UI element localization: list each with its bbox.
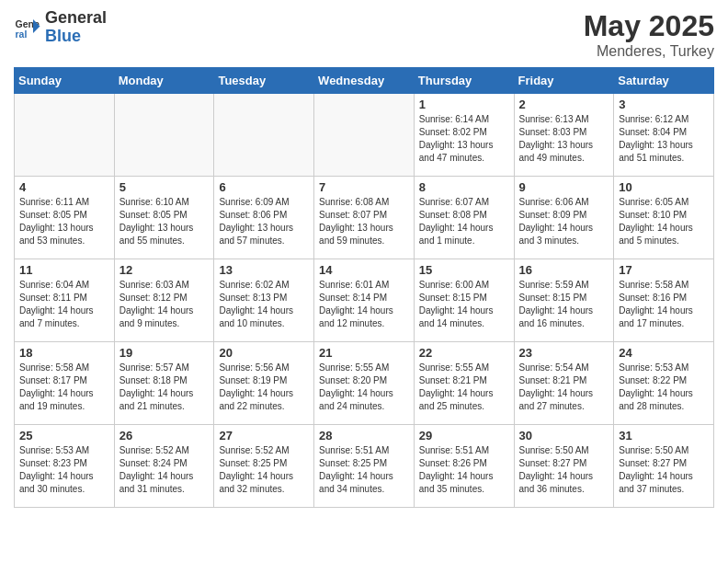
calendar-day-cell xyxy=(15,94,115,177)
calendar-day-cell: 12Sunrise: 6:03 AM Sunset: 8:12 PM Dayli… xyxy=(114,259,214,342)
day-number: 11 xyxy=(19,263,109,277)
day-info: Sunrise: 5:53 AM Sunset: 8:23 PM Dayligh… xyxy=(19,444,109,496)
calendar-day-header: Sunday xyxy=(15,68,115,94)
day-info: Sunrise: 5:56 AM Sunset: 8:19 PM Dayligh… xyxy=(219,362,309,413)
calendar-day-cell: 13Sunrise: 6:02 AM Sunset: 8:13 PM Dayli… xyxy=(214,259,314,342)
day-number: 9 xyxy=(519,180,609,194)
calendar-week-row: 1Sunrise: 6:14 AM Sunset: 8:02 PM Daylig… xyxy=(15,94,714,177)
day-info: Sunrise: 5:58 AM Sunset: 8:16 PM Dayligh… xyxy=(619,279,709,330)
svg-text:ral: ral xyxy=(16,28,28,39)
calendar-day-cell: 3Sunrise: 6:12 AM Sunset: 8:04 PM Daylig… xyxy=(614,94,714,177)
calendar-day-cell: 18Sunrise: 5:58 AM Sunset: 8:17 PM Dayli… xyxy=(15,342,115,425)
day-number: 12 xyxy=(119,263,210,277)
calendar-day-cell xyxy=(114,94,214,177)
calendar-day-header: Wednesday xyxy=(314,68,415,94)
day-info: Sunrise: 6:03 AM Sunset: 8:12 PM Dayligh… xyxy=(119,279,210,330)
day-info: Sunrise: 6:00 AM Sunset: 8:15 PM Dayligh… xyxy=(419,279,509,330)
calendar-day-header: Thursday xyxy=(414,68,514,94)
day-number: 20 xyxy=(219,346,309,360)
calendar-day-cell xyxy=(214,94,314,177)
calendar-day-header: Monday xyxy=(114,68,214,94)
day-number: 1 xyxy=(419,98,509,111)
day-number: 25 xyxy=(19,429,109,442)
day-number: 21 xyxy=(319,346,409,360)
calendar-day-cell: 26Sunrise: 5:52 AM Sunset: 8:24 PM Dayli… xyxy=(114,425,214,508)
calendar-day-header: Friday xyxy=(514,68,614,94)
title-location: Menderes, Turkey xyxy=(584,43,714,60)
calendar-day-cell: 4Sunrise: 6:11 AM Sunset: 8:05 PM Daylig… xyxy=(15,177,115,259)
day-number: 18 xyxy=(19,346,109,360)
day-number: 4 xyxy=(19,180,109,194)
day-info: Sunrise: 5:58 AM Sunset: 8:17 PM Dayligh… xyxy=(19,362,109,413)
calendar-day-cell: 24Sunrise: 5:53 AM Sunset: 8:22 PM Dayli… xyxy=(614,342,714,425)
calendar-day-cell: 25Sunrise: 5:53 AM Sunset: 8:23 PM Dayli… xyxy=(15,425,115,508)
day-number: 31 xyxy=(619,429,709,442)
day-number: 10 xyxy=(619,180,709,194)
calendar-week-row: 11Sunrise: 6:04 AM Sunset: 8:11 PM Dayli… xyxy=(15,259,714,342)
calendar-day-cell: 22Sunrise: 5:55 AM Sunset: 8:21 PM Dayli… xyxy=(414,342,514,425)
day-number: 5 xyxy=(119,180,210,194)
calendar-day-cell: 16Sunrise: 5:59 AM Sunset: 8:15 PM Dayli… xyxy=(514,259,614,342)
day-info: Sunrise: 5:53 AM Sunset: 8:22 PM Dayligh… xyxy=(619,362,709,413)
day-info: Sunrise: 6:08 AM Sunset: 8:07 PM Dayligh… xyxy=(319,196,409,247)
calendar-day-cell: 29Sunrise: 5:51 AM Sunset: 8:26 PM Dayli… xyxy=(414,425,514,508)
day-number: 22 xyxy=(419,346,509,360)
calendar-day-cell: 20Sunrise: 5:56 AM Sunset: 8:19 PM Dayli… xyxy=(214,342,314,425)
calendar-day-cell: 9Sunrise: 6:06 AM Sunset: 8:09 PM Daylig… xyxy=(514,177,614,259)
day-number: 19 xyxy=(119,346,210,360)
day-info: Sunrise: 6:01 AM Sunset: 8:14 PM Dayligh… xyxy=(319,279,409,330)
day-info: Sunrise: 5:55 AM Sunset: 8:20 PM Dayligh… xyxy=(319,362,409,413)
day-number: 17 xyxy=(619,263,709,277)
day-number: 13 xyxy=(219,263,309,277)
day-info: Sunrise: 5:50 AM Sunset: 8:27 PM Dayligh… xyxy=(519,444,609,496)
calendar-day-cell: 5Sunrise: 6:10 AM Sunset: 8:05 PM Daylig… xyxy=(114,177,214,259)
day-info: Sunrise: 6:11 AM Sunset: 8:05 PM Dayligh… xyxy=(19,196,109,247)
day-number: 6 xyxy=(219,180,309,194)
day-info: Sunrise: 5:51 AM Sunset: 8:26 PM Dayligh… xyxy=(419,444,509,496)
calendar-day-cell: 17Sunrise: 5:58 AM Sunset: 8:16 PM Dayli… xyxy=(614,259,714,342)
page-header: Gene ral General Blue May 2025 Menderes,… xyxy=(14,9,714,60)
calendar-day-header: Tuesday xyxy=(214,68,314,94)
day-number: 24 xyxy=(619,346,709,360)
calendar-table: SundayMondayTuesdayWednesdayThursdayFrid… xyxy=(14,67,714,508)
day-info: Sunrise: 5:59 AM Sunset: 8:15 PM Dayligh… xyxy=(519,279,609,330)
day-number: 15 xyxy=(419,263,509,277)
calendar-day-cell: 2Sunrise: 6:13 AM Sunset: 8:03 PM Daylig… xyxy=(514,94,614,177)
day-number: 14 xyxy=(319,263,409,277)
calendar-day-cell: 15Sunrise: 6:00 AM Sunset: 8:15 PM Dayli… xyxy=(414,259,514,342)
calendar-day-header: Saturday xyxy=(614,68,714,94)
day-info: Sunrise: 6:12 AM Sunset: 8:04 PM Dayligh… xyxy=(619,113,709,165)
day-number: 16 xyxy=(519,263,609,277)
day-info: Sunrise: 6:13 AM Sunset: 8:03 PM Dayligh… xyxy=(519,113,609,165)
day-info: Sunrise: 5:55 AM Sunset: 8:21 PM Dayligh… xyxy=(419,362,509,413)
logo-icon: Gene ral xyxy=(14,14,41,41)
calendar-day-cell: 7Sunrise: 6:08 AM Sunset: 8:07 PM Daylig… xyxy=(314,177,415,259)
day-info: Sunrise: 5:52 AM Sunset: 8:25 PM Dayligh… xyxy=(219,444,309,496)
day-number: 30 xyxy=(519,429,609,442)
calendar-day-cell: 30Sunrise: 5:50 AM Sunset: 8:27 PM Dayli… xyxy=(514,425,614,508)
day-number: 2 xyxy=(519,98,609,111)
day-number: 3 xyxy=(619,98,709,111)
day-number: 8 xyxy=(419,180,509,194)
calendar-day-cell: 27Sunrise: 5:52 AM Sunset: 8:25 PM Dayli… xyxy=(214,425,314,508)
calendar-week-row: 25Sunrise: 5:53 AM Sunset: 8:23 PM Dayli… xyxy=(15,425,714,508)
day-info: Sunrise: 6:09 AM Sunset: 8:06 PM Dayligh… xyxy=(219,196,309,247)
calendar-day-cell: 28Sunrise: 5:51 AM Sunset: 8:25 PM Dayli… xyxy=(314,425,415,508)
calendar-day-cell: 19Sunrise: 5:57 AM Sunset: 8:18 PM Dayli… xyxy=(114,342,214,425)
day-info: Sunrise: 5:54 AM Sunset: 8:21 PM Dayligh… xyxy=(519,362,609,413)
day-info: Sunrise: 5:51 AM Sunset: 8:25 PM Dayligh… xyxy=(319,444,409,496)
day-info: Sunrise: 6:05 AM Sunset: 8:10 PM Dayligh… xyxy=(619,196,709,247)
logo-general: General xyxy=(45,9,107,28)
calendar-day-cell: 23Sunrise: 5:54 AM Sunset: 8:21 PM Dayli… xyxy=(514,342,614,425)
day-number: 29 xyxy=(419,429,509,442)
calendar-day-cell: 14Sunrise: 6:01 AM Sunset: 8:14 PM Dayli… xyxy=(314,259,415,342)
day-number: 7 xyxy=(319,180,409,194)
calendar-header-row: SundayMondayTuesdayWednesdayThursdayFrid… xyxy=(15,68,714,94)
logo: Gene ral General Blue xyxy=(14,9,107,46)
calendar-day-cell: 31Sunrise: 5:50 AM Sunset: 8:27 PM Dayli… xyxy=(614,425,714,508)
title-month: May 2025 xyxy=(584,9,714,43)
day-info: Sunrise: 6:14 AM Sunset: 8:02 PM Dayligh… xyxy=(419,113,509,165)
day-info: Sunrise: 6:10 AM Sunset: 8:05 PM Dayligh… xyxy=(119,196,210,247)
calendar-week-row: 18Sunrise: 5:58 AM Sunset: 8:17 PM Dayli… xyxy=(15,342,714,425)
calendar-day-cell: 1Sunrise: 6:14 AM Sunset: 8:02 PM Daylig… xyxy=(414,94,514,177)
